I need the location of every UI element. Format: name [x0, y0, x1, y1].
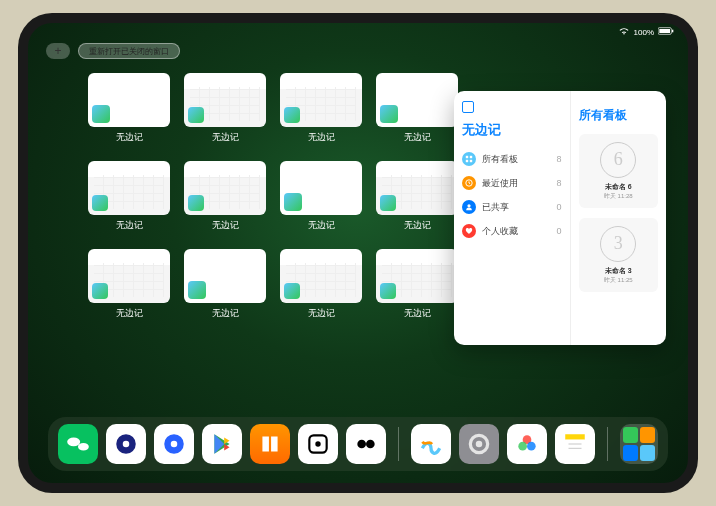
- svg-rect-4: [470, 156, 472, 158]
- svg-rect-22: [565, 434, 585, 439]
- window-label: 无边记: [376, 219, 458, 232]
- ipad-frame: 100% + 重新打开已关闭的窗口 无边记无边记无边记无边记无边记无边记无边记无…: [18, 13, 698, 493]
- board-sketch: 3: [600, 226, 636, 262]
- window-card: [88, 73, 170, 127]
- sidebar-item-count: 0: [557, 226, 562, 236]
- dock-photos-icon[interactable]: [507, 424, 547, 464]
- window-thumb[interactable]: 无边记: [376, 73, 458, 151]
- dock-quark-icon[interactable]: [154, 424, 194, 464]
- svg-rect-6: [470, 160, 472, 162]
- window-card: [184, 161, 266, 215]
- screen: 100% + 重新打开已关闭的窗口 无边记无边记无边记无边记无边记无边记无边记无…: [28, 23, 688, 483]
- sidebar-item-label: 个人收藏: [482, 225, 518, 238]
- dock-separator: [398, 427, 399, 461]
- window-thumb[interactable]: 无边记: [376, 249, 458, 327]
- window-thumb[interactable]: 无边记: [88, 249, 170, 327]
- person-icon: [462, 200, 476, 214]
- window-thumb[interactable]: 无边记: [280, 249, 362, 327]
- sidebar-item-label: 已共享: [482, 201, 509, 214]
- sidebar-toggle-icon[interactable]: [462, 101, 474, 113]
- window-thumb[interactable]: 无边记: [376, 161, 458, 239]
- panel-right-title: 所有看板: [579, 107, 658, 124]
- window-card: [184, 73, 266, 127]
- svg-point-15: [357, 440, 366, 449]
- panel-content: 所有看板 6未命名 6昨天 11:283未命名 3昨天 11:25: [571, 91, 666, 345]
- svg-point-20: [518, 442, 527, 451]
- sidebar-item[interactable]: 所有看板8: [462, 147, 562, 171]
- board-name: 未命名 6: [605, 182, 632, 192]
- dock-dice-icon[interactable]: [298, 424, 338, 464]
- window-thumb[interactable]: 无边记: [88, 73, 170, 151]
- board-card[interactable]: 6未命名 6昨天 11:28: [579, 134, 658, 208]
- dock-play-store-icon[interactable]: [202, 424, 242, 464]
- window-thumb[interactable]: 无边记: [280, 161, 362, 239]
- add-button[interactable]: +: [46, 43, 70, 59]
- svg-point-14: [315, 441, 320, 446]
- dock-books-icon[interactable]: [250, 424, 290, 464]
- board-sketch: 6: [600, 142, 636, 178]
- svg-point-10: [123, 441, 130, 448]
- window-label: 无边记: [88, 131, 170, 144]
- window-label: 无边记: [88, 307, 170, 320]
- board-card[interactable]: 3未命名 3昨天 11:25: [579, 218, 658, 292]
- board-time: 昨天 11:25: [604, 276, 633, 285]
- windows-grid: 无边记无边记无边记无边记无边记无边记无边记无边记无边记无边记无边记无边记: [88, 73, 458, 327]
- clock-icon: [462, 176, 476, 190]
- window-label: 无边记: [280, 307, 362, 320]
- sidebar-item[interactable]: 已共享0: [462, 195, 562, 219]
- sidebar-item-label: 最近使用: [482, 177, 518, 190]
- sidebar-item-label: 所有看板: [482, 153, 518, 166]
- board-name: 未命名 3: [605, 266, 632, 276]
- dock-freeform-icon[interactable]: [411, 424, 451, 464]
- window-thumb[interactable]: 无边记: [280, 73, 362, 151]
- dock-separator: [607, 427, 608, 461]
- svg-point-16: [366, 440, 375, 449]
- window-label: 无边记: [88, 219, 170, 232]
- dock-quark-hd-icon[interactable]: [106, 424, 146, 464]
- window-label: 无边记: [184, 307, 266, 320]
- battery-text: 100%: [634, 28, 654, 37]
- top-bar: + 重新打开已关闭的窗口: [46, 43, 180, 59]
- dock-vision-icon[interactable]: [346, 424, 386, 464]
- dock-settings-icon[interactable]: [459, 424, 499, 464]
- svg-rect-5: [466, 160, 468, 162]
- dock-app-library[interactable]: [620, 424, 658, 464]
- window-card: [376, 249, 458, 303]
- sidebar-item[interactable]: 最近使用8: [462, 171, 562, 195]
- window-card: [280, 73, 362, 127]
- battery-icon: [658, 27, 674, 37]
- window-label: 无边记: [280, 131, 362, 144]
- window-card: [376, 161, 458, 215]
- panel-sidebar: 无边记 所有看板8最近使用8已共享0个人收藏0: [454, 91, 571, 345]
- panel-left-title: 无边记: [462, 121, 562, 139]
- svg-point-8: [467, 204, 470, 207]
- svg-rect-2: [672, 30, 673, 33]
- window-label: 无边记: [280, 219, 362, 232]
- window-thumb[interactable]: 无边记: [184, 249, 266, 327]
- window-card: [88, 249, 170, 303]
- window-thumb[interactable]: 无边记: [88, 161, 170, 239]
- sidebar-item[interactable]: 个人收藏0: [462, 219, 562, 243]
- window-label: 无边记: [184, 219, 266, 232]
- svg-rect-23: [565, 440, 585, 454]
- svg-rect-3: [466, 156, 468, 158]
- window-label: 无边记: [184, 131, 266, 144]
- dock-notes-icon[interactable]: [555, 424, 595, 464]
- svg-rect-1: [659, 29, 670, 33]
- grid-icon: [462, 152, 476, 166]
- dock-wechat-icon[interactable]: [58, 424, 98, 464]
- window-card: [88, 161, 170, 215]
- dock: [48, 417, 668, 471]
- window-thumb[interactable]: 无边记: [184, 161, 266, 239]
- sidebar-item-count: 0: [557, 202, 562, 212]
- reopen-closed-windows-button[interactable]: 重新打开已关闭的窗口: [78, 43, 180, 59]
- window-thumb[interactable]: 无边记: [184, 73, 266, 151]
- window-card: [376, 73, 458, 127]
- window-label: 无边记: [376, 307, 458, 320]
- heart-icon: [462, 224, 476, 238]
- svg-point-18: [476, 441, 483, 448]
- freeform-panel[interactable]: 无边记 所有看板8最近使用8已共享0个人收藏0 所有看板 6未命名 6昨天 11…: [454, 91, 666, 345]
- svg-point-21: [527, 442, 536, 451]
- window-card: [280, 249, 362, 303]
- wifi-icon: [618, 27, 630, 38]
